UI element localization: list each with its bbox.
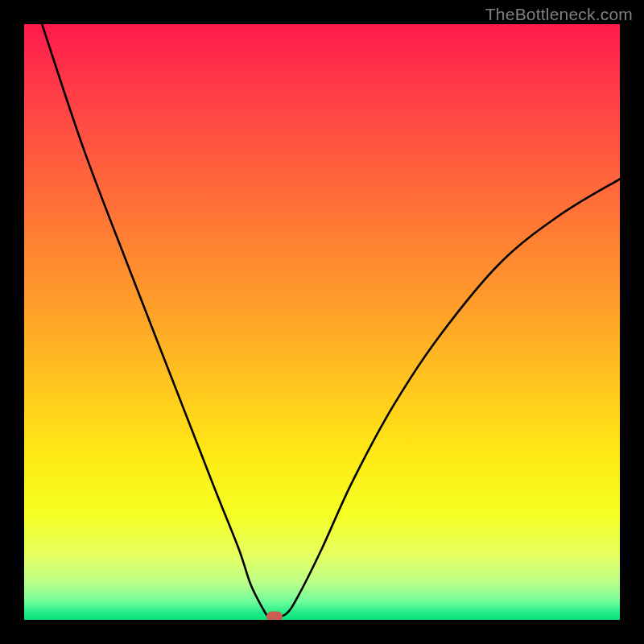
optimal-point-marker <box>266 612 283 620</box>
bottleneck-curve <box>24 24 620 620</box>
watermark-text: TheBottleneck.com <box>485 5 633 24</box>
outer-frame: TheBottleneck.com <box>0 0 644 644</box>
curve-path <box>42 24 620 617</box>
plot-area <box>24 24 620 620</box>
